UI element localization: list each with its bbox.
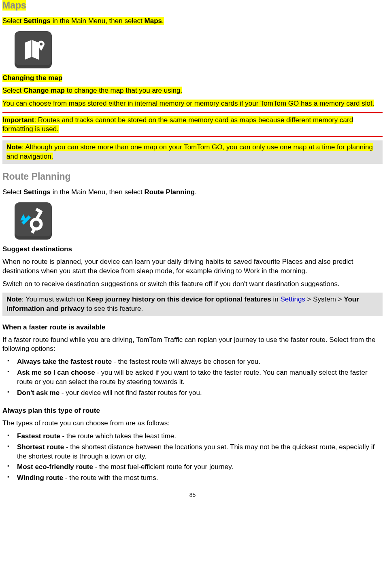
plan-intro: The types of route you can choose from a…: [2, 419, 383, 428]
text: in the Main Menu, then select: [51, 188, 145, 196]
option-desc: - the shortest distance between the loca…: [17, 443, 374, 460]
text: to change the map that you are using.: [65, 87, 182, 94]
change-map-line: Select Change map to change the map that…: [2, 86, 383, 95]
memory-line: You can choose from maps stored either i…: [2, 99, 383, 108]
important-line: Important: Routes and tracks cannot be s…: [2, 116, 383, 134]
note-label: Note: [6, 295, 22, 303]
list-item: Always take the fastest route - the fast…: [2, 357, 383, 367]
option-desc: - the route which takes the least time.: [60, 432, 176, 440]
text: : Although you can store more than one m…: [6, 143, 373, 160]
change-map-label: Change map: [23, 87, 65, 94]
route-section: Route Planning Select Settings in the Ma…: [2, 171, 383, 483]
option-desc: - the fastest route will always be chose…: [112, 358, 260, 365]
list-item: Ask me so I can choose - you will be ask…: [2, 368, 383, 387]
settings-label: Settings: [23, 17, 51, 25]
section-heading-route: Route Planning: [2, 171, 71, 182]
settings-link[interactable]: Settings: [280, 295, 305, 303]
text: Select: [2, 17, 23, 25]
text: to see this feature.: [85, 305, 143, 312]
faster-intro: If a faster route found while you are dr…: [2, 335, 383, 353]
option-label: Ask me so I can choose: [17, 369, 95, 376]
maps-note-box: Note: Although you can store more than o…: [2, 140, 383, 164]
text: .: [195, 188, 197, 196]
text: : Routes and tracks cannot be stored on …: [2, 116, 353, 133]
maps-label: Maps: [145, 17, 162, 25]
important-label: Important: [2, 116, 34, 124]
divider: [2, 112, 383, 113]
route-planning-icon: [15, 202, 52, 240]
page-container: Maps Select Settings in the Main Menu, t…: [0, 0, 385, 498]
keep-history-label: Keep journey history on this device for …: [86, 295, 271, 303]
svg-point-7: [31, 219, 41, 229]
option-label: Most eco-friendly route: [17, 463, 93, 471]
suggest-subhead: Suggest destinations: [2, 245, 72, 253]
svg-marker-3: [39, 47, 43, 51]
page-number: 85: [2, 492, 383, 498]
divider: [2, 136, 383, 137]
text: Select: [2, 188, 23, 196]
suggest-p1: When no route is planned, your device ca…: [2, 257, 383, 275]
route-planning-label: Route Planning: [145, 188, 195, 196]
option-label: Fastest route: [17, 432, 60, 440]
list-item: Shortest route - the shortest distance b…: [2, 443, 383, 461]
option-label: Don't ask me: [17, 389, 60, 397]
option-desc: - the most fuel-efficient route for your…: [93, 463, 233, 471]
svg-point-4: [40, 43, 43, 46]
faster-subhead: When a faster route is available: [2, 323, 105, 331]
suggest-p2: Switch on to receive destination suggest…: [2, 280, 383, 289]
option-desc: - your device will not find faster route…: [60, 389, 202, 397]
route-intro: Select Settings in the Main Menu, then s…: [2, 188, 383, 197]
maps-intro: Select Settings in the Main Menu, then s…: [2, 17, 383, 25]
text: : You must switch on: [22, 295, 87, 303]
option-label: Winding route: [17, 474, 63, 482]
svg-marker-6: [20, 214, 26, 221]
route-note-box: Note: You must switch on Keep journey hi…: [2, 293, 383, 316]
text: You can choose from maps stored either i…: [2, 100, 374, 107]
faster-options-list: Always take the fastest route - the fast…: [2, 357, 383, 398]
maps-icon: [15, 31, 52, 68]
list-item: Don't ask me - your device will not find…: [2, 388, 383, 398]
text: in: [271, 295, 281, 303]
note-label: Note: [6, 143, 22, 151]
list-item: Fastest route - the route which takes th…: [2, 432, 383, 441]
section-heading-maps: Maps: [2, 0, 26, 11]
list-item: Most eco-friendly route - the most fuel-…: [2, 463, 383, 472]
plan-subhead: Always plan this type of route: [2, 407, 100, 414]
maps-section: Maps Select Settings in the Main Menu, t…: [2, 0, 383, 164]
option-label: Always take the fastest route: [17, 358, 112, 365]
list-item: Winding route - the route with the most …: [2, 473, 383, 483]
changing-map-subhead: Changing the map: [2, 74, 62, 82]
text: Select: [2, 87, 23, 94]
text: > System >: [305, 295, 344, 303]
text: .: [162, 17, 164, 25]
plan-options-list: Fastest route - the route which takes th…: [2, 432, 383, 483]
text: in the Main Menu, then select: [51, 17, 145, 25]
option-label: Shortest route: [17, 443, 64, 451]
settings-label: Settings: [23, 188, 51, 196]
option-desc: - the route with the most turns.: [63, 474, 158, 482]
